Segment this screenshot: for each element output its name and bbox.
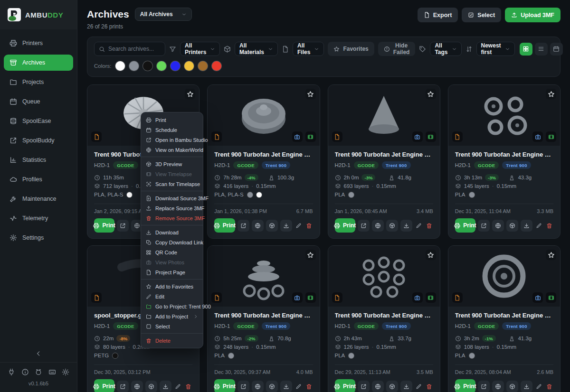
download-button[interactable] xyxy=(521,381,532,392)
menu-item-remove-source-3mf[interactable]: Remove Source 3MF xyxy=(141,213,203,223)
menu-item-add-to-project[interactable]: Add to Project xyxy=(141,311,203,321)
sidebar-item-spoolbuddy[interactable]: SpoolBuddy xyxy=(4,132,73,149)
sidebar-item-spoolease[interactable]: SpoolEase xyxy=(4,113,73,129)
open-external-button[interactable] xyxy=(358,381,370,392)
color-swatch-blue[interactable] xyxy=(171,61,180,71)
open-external-button[interactable] xyxy=(238,381,249,392)
color-swatch-white[interactable] xyxy=(115,61,125,71)
archive-scope-select[interactable]: All Archives xyxy=(135,8,192,21)
delete-button[interactable] xyxy=(545,220,553,232)
edit-button[interactable] xyxy=(535,381,543,392)
open-external-button[interactable] xyxy=(117,220,129,232)
menu-item-download[interactable]: Download xyxy=(141,227,203,237)
print-button[interactable]: Print xyxy=(335,379,355,392)
tags-filter-select[interactable]: All Tags xyxy=(430,42,461,56)
delete-button[interactable] xyxy=(305,381,313,392)
color-swatch-brown[interactable] xyxy=(198,61,208,71)
open-external-button[interactable] xyxy=(358,220,370,232)
preview-3d-button[interactable] xyxy=(386,381,398,392)
menu-item-qr-code[interactable]: QR Code xyxy=(141,247,203,257)
color-swatch-red[interactable] xyxy=(212,61,221,71)
download-button[interactable] xyxy=(400,220,412,232)
sidebar-item-maintenance[interactable]: Maintenance xyxy=(4,191,73,207)
edit-button[interactable] xyxy=(535,220,543,232)
menu-item-scan-for-timelapse[interactable]: Scan for Timelapse xyxy=(141,179,203,189)
edit-button[interactable] xyxy=(415,381,423,392)
preview-3d-button[interactable] xyxy=(506,381,518,392)
calendar-view-toggle[interactable] xyxy=(550,43,563,56)
makerworld-button[interactable] xyxy=(252,381,264,392)
makerworld-button[interactable] xyxy=(492,381,504,392)
download-button[interactable] xyxy=(521,220,532,232)
preview-3d-button[interactable] xyxy=(266,220,278,232)
theme-toggle-icon[interactable] xyxy=(62,368,69,376)
files-filter-select[interactable]: All Files xyxy=(293,42,324,56)
menu-item-open-in-bambu-studio[interactable]: Open in Bambu Studio xyxy=(141,135,203,145)
plug-icon[interactable] xyxy=(8,368,15,376)
hide-failed-button[interactable]: Hide Failed xyxy=(378,42,416,56)
menu-item-project-page[interactable]: Project Page xyxy=(141,267,203,277)
sidebar-item-telemetry[interactable]: Telemetry xyxy=(4,210,73,226)
menu-item-3d-preview[interactable]: 3D Preview xyxy=(141,159,203,169)
menu-item-schedule[interactable]: Schedule xyxy=(141,125,203,135)
print-button[interactable]: Print xyxy=(455,218,475,233)
favorite-star-button[interactable] xyxy=(426,89,436,99)
favorites-filter-button[interactable]: Favorites xyxy=(328,42,374,56)
materials-filter-select[interactable]: All Materials xyxy=(235,42,278,56)
delete-button[interactable] xyxy=(305,220,313,232)
print-button[interactable]: Print xyxy=(214,218,235,233)
menu-item-delete[interactable]: Delete xyxy=(141,336,203,345)
delete-button[interactable] xyxy=(545,381,553,392)
favorite-star-button[interactable] xyxy=(185,89,195,99)
menu-item-go-to-project-trent-900[interactable]: Go to Project: Trent 900 xyxy=(141,301,203,311)
color-swatch-gray[interactable] xyxy=(129,61,139,71)
sidebar-item-archives[interactable]: Archives xyxy=(4,55,73,71)
print-button[interactable]: Print xyxy=(335,218,355,233)
edit-button[interactable] xyxy=(174,381,182,392)
download-button[interactable] xyxy=(160,381,171,392)
select-button[interactable]: Select xyxy=(462,8,501,22)
edit-button[interactable] xyxy=(415,220,423,232)
color-swatch-yellow[interactable] xyxy=(184,61,194,71)
download-button[interactable] xyxy=(280,220,292,232)
sidebar-item-settings[interactable]: Settings xyxy=(4,230,73,246)
preview-3d-button[interactable] xyxy=(506,220,518,232)
print-button[interactable]: Print xyxy=(94,379,114,392)
makerworld-button[interactable] xyxy=(372,220,384,232)
grid-view-toggle[interactable] xyxy=(520,43,532,56)
sidebar-item-projects[interactable]: Projects xyxy=(4,74,73,90)
menu-item-select[interactable]: Select xyxy=(141,321,203,331)
open-external-button[interactable] xyxy=(117,381,129,392)
menu-item-download-source-3mf[interactable]: Download Source 3MF xyxy=(141,193,203,203)
download-button[interactable] xyxy=(280,381,292,392)
makerworld-button[interactable] xyxy=(131,381,143,392)
list-view-toggle[interactable] xyxy=(535,43,548,56)
sidebar-item-profiles[interactable]: Profiles xyxy=(4,171,73,187)
makerworld-button[interactable] xyxy=(492,220,504,232)
export-button[interactable]: Export xyxy=(418,8,458,22)
print-button[interactable]: Print xyxy=(94,218,114,233)
menu-item-print[interactable]: Print xyxy=(141,115,203,125)
github-icon[interactable] xyxy=(35,368,42,376)
printers-filter-select[interactable]: All Printers xyxy=(180,42,220,56)
preview-3d-button[interactable] xyxy=(386,220,398,232)
open-external-button[interactable] xyxy=(478,381,490,392)
keyboard-icon[interactable] xyxy=(48,368,56,376)
collapse-sidebar-button[interactable] xyxy=(0,345,77,362)
favorite-star-button[interactable] xyxy=(546,250,556,260)
menu-item-replace-source-3mf[interactable]: Replace Source 3MF xyxy=(141,203,203,213)
open-external-button[interactable] xyxy=(478,220,490,232)
edit-button[interactable] xyxy=(294,220,303,232)
favorite-star-button[interactable] xyxy=(546,89,556,99)
makerworld-button[interactable] xyxy=(252,220,264,232)
preview-3d-button[interactable] xyxy=(266,381,278,392)
upload-3mf-button[interactable]: Upload 3MF xyxy=(505,8,560,22)
info-icon[interactable] xyxy=(21,368,29,376)
sidebar-item-printers[interactable]: Printers xyxy=(4,35,73,51)
color-swatch-green[interactable] xyxy=(157,61,166,71)
open-external-button[interactable] xyxy=(238,220,249,232)
print-button[interactable]: Print xyxy=(455,379,475,392)
menu-item-edit[interactable]: Edit xyxy=(141,291,203,301)
makerworld-button[interactable] xyxy=(372,381,384,392)
menu-item-add-to-favorites[interactable]: Add to Favorites xyxy=(141,281,203,291)
